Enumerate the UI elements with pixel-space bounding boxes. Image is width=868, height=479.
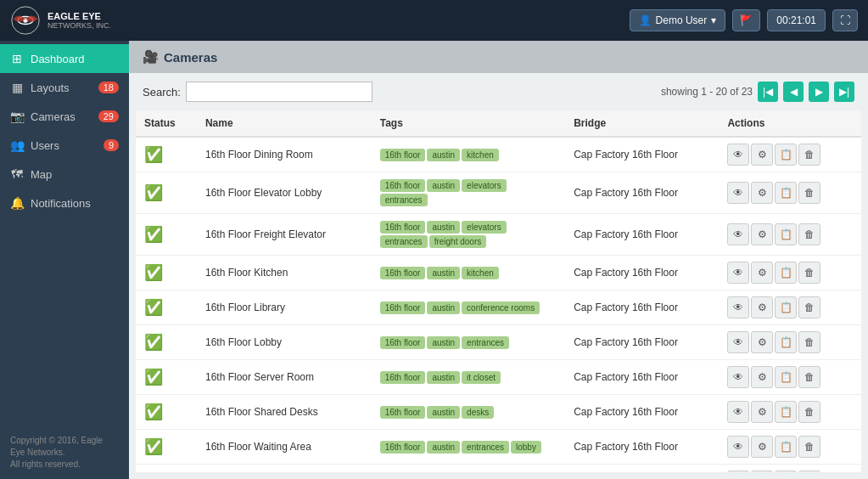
view-camera-button[interactable]: 👁 [727, 366, 749, 388]
sidebar: ⊞ Dashboard ▦ Layouts 18 📷 Cameras 29 👥 … [0, 41, 129, 479]
download-button[interactable]: 📋 [775, 331, 797, 353]
delete-button[interactable]: 🗑 [798, 296, 820, 318]
tag-badge: austin [427, 301, 460, 314]
col-actions: Actions [719, 110, 861, 137]
status-online-icon: ✅ [144, 334, 163, 351]
delete-button[interactable]: 🗑 [798, 223, 820, 245]
col-tags: Tags [372, 110, 566, 137]
delete-button[interactable]: 🗑 [798, 471, 820, 472]
tag-badge: austin [427, 221, 460, 234]
cell-bridge: Cap Factory 16th Floor [565, 214, 719, 256]
delete-button[interactable]: 🗑 [798, 262, 820, 284]
tag-badge: elevators [462, 179, 507, 192]
cell-tags: 16th flooraustinkitchen [372, 256, 566, 290]
settings-button[interactable]: ⚙ [751, 262, 773, 284]
user-menu-button[interactable]: 👤 Demo User ▾ [630, 9, 726, 31]
delete-button[interactable]: 🗑 [798, 331, 820, 353]
cell-name: 16th Floor Shared Desks [197, 395, 372, 430]
settings-button[interactable]: ⚙ [751, 436, 773, 458]
settings-button[interactable]: ⚙ [751, 223, 773, 245]
last-page-button[interactable]: ▶| [834, 82, 854, 102]
tag-badge: austin [427, 149, 460, 161]
sidebar-item-cameras[interactable]: 📷 Cameras 29 [0, 102, 129, 131]
sidebar-item-map[interactable]: 🗺 Map [0, 160, 129, 189]
view-camera-button[interactable]: 👁 [727, 436, 749, 458]
cell-bridge: Cap Factory 16th Floor [565, 172, 719, 214]
tag-badge: austin [427, 267, 460, 279]
view-camera-button[interactable]: 👁 [727, 144, 749, 166]
download-button[interactable]: 📋 [775, 401, 797, 423]
cell-name: 16th Floor Elevator Lobby [197, 172, 372, 214]
status-online-icon: ✅ [144, 226, 163, 243]
download-button[interactable]: 📋 [775, 471, 797, 472]
cell-name: 16th Floor Server Room [197, 360, 372, 395]
cameras-icon: 📷 [10, 110, 24, 123]
download-button[interactable]: 📋 [775, 182, 797, 204]
timer-display: 00:21:01 [767, 9, 826, 31]
sidebar-item-notifications[interactable]: 🔔 Notifications [0, 189, 129, 217]
cell-tags: 16th flooraustinconference rooms [372, 290, 566, 325]
top-nav: EAGLE EYE NETWORKS, INC. 👤 Demo User ▾ 🚩… [0, 0, 868, 41]
view-camera-button[interactable]: 👁 [727, 296, 749, 318]
view-camera-button[interactable]: 👁 [727, 182, 749, 204]
tag-badge: 16th floor [380, 179, 426, 192]
delete-button[interactable]: 🗑 [798, 436, 820, 458]
cell-bridge: Cap Factory 16th Floor [565, 360, 719, 395]
sidebar-item-dashboard[interactable]: ⊞ Dashboard [0, 44, 129, 73]
fullscreen-button[interactable]: ⛶ [832, 9, 858, 31]
first-page-button[interactable]: |◀ [758, 82, 778, 102]
search-input[interactable] [186, 82, 372, 102]
sidebar-item-users[interactable]: 👥 Users 9 [0, 131, 129, 160]
cameras-header-icon: 🎥 [143, 49, 159, 65]
tag-badge: 16th floor [380, 371, 426, 384]
view-camera-button[interactable]: 👁 [727, 401, 749, 423]
tag-badge: austin [427, 371, 460, 384]
settings-button[interactable]: ⚙ [751, 401, 773, 423]
col-status: Status [136, 110, 197, 137]
cell-status: ✅ [136, 395, 197, 430]
status-online-icon: ✅ [144, 146, 163, 163]
table-row: ✅Cap Factory Floorcap factoryaustinCap F… [136, 465, 861, 473]
settings-button[interactable]: ⚙ [751, 144, 773, 166]
settings-button[interactable]: ⚙ [751, 182, 773, 204]
download-button[interactable]: 📋 [775, 366, 797, 388]
cameras-table: Status Name Tags Bridge Actions ✅16th Fl… [136, 110, 861, 472]
tag-badge: 16th floor [380, 406, 426, 419]
delete-button[interactable]: 🗑 [798, 144, 820, 166]
cell-bridge: Cap Factory 16th Floor [565, 256, 719, 290]
cell-tags: 16th flooraustinkitchen [372, 137, 566, 172]
flag-button[interactable]: 🚩 [732, 9, 760, 31]
download-button[interactable]: 📋 [775, 144, 797, 166]
download-button[interactable]: 📋 [775, 436, 797, 458]
cell-bridge: Cap Factory Floor [565, 465, 719, 473]
next-page-button[interactable]: ▶ [809, 82, 829, 102]
prev-page-button[interactable]: ◀ [783, 82, 804, 102]
dropdown-arrow-icon: ▾ [711, 14, 716, 26]
main-layout: ⊞ Dashboard ▦ Layouts 18 📷 Cameras 29 👥 … [0, 41, 868, 479]
settings-button[interactable]: ⚙ [751, 331, 773, 353]
view-camera-button[interactable]: 👁 [727, 223, 749, 245]
tag-badge: 16th floor [380, 301, 426, 314]
settings-button[interactable]: ⚙ [751, 471, 773, 472]
cell-status: ✅ [136, 430, 197, 465]
cell-actions: 👁⚙📋🗑 [719, 465, 861, 473]
cell-bridge: Cap Factory 16th Floor [565, 430, 719, 465]
cell-bridge: Cap Factory 16th Floor [565, 137, 719, 172]
cameras-toolbar: Search: showing 1 - 20 of 23 |◀ ◀ ▶ ▶| [129, 73, 868, 110]
delete-button[interactable]: 🗑 [798, 366, 820, 388]
download-button[interactable]: 📋 [775, 296, 797, 318]
view-camera-button[interactable]: 👁 [727, 262, 749, 284]
download-button[interactable]: 📋 [775, 262, 797, 284]
delete-button[interactable]: 🗑 [798, 182, 820, 204]
download-button[interactable]: 📋 [775, 223, 797, 245]
delete-button[interactable]: 🗑 [798, 401, 820, 423]
settings-button[interactable]: ⚙ [751, 296, 773, 318]
settings-button[interactable]: ⚙ [751, 366, 773, 388]
cell-name: 16th Floor Library [197, 290, 372, 325]
cell-tags: 16th flooraustinentranceslobby [372, 430, 566, 465]
view-camera-button[interactable]: 👁 [727, 471, 749, 472]
sidebar-item-layouts[interactable]: ▦ Layouts 18 [0, 73, 129, 102]
cell-actions: 👁⚙📋🗑 [719, 137, 861, 172]
cell-actions: 👁⚙📋🗑 [719, 256, 861, 290]
view-camera-button[interactable]: 👁 [727, 331, 749, 353]
